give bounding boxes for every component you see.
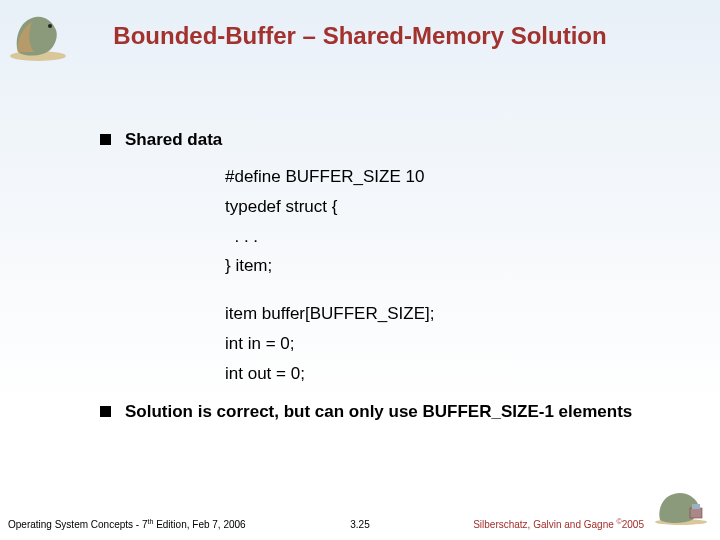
code-block: #define BUFFER_SIZE 10 typedef struct { …: [225, 162, 680, 388]
code-line: } item;: [225, 251, 680, 281]
footer-page-number: 3.25: [350, 519, 369, 530]
slide-title: Bounded-Buffer – Shared-Memory Solution: [0, 22, 720, 50]
dinosaur-footer-icon: [652, 486, 710, 526]
bullet-item: Solution is correct, but can only use BU…: [100, 402, 680, 422]
bullet-item: Shared data: [100, 130, 680, 150]
code-line: item buffer[BUFFER_SIZE];: [225, 299, 680, 329]
code-line: #define BUFFER_SIZE 10: [225, 162, 680, 192]
code-line: int in = 0;: [225, 329, 680, 359]
svg-rect-4: [692, 504, 700, 509]
square-bullet-icon: [100, 134, 111, 145]
footer-right: Silberschatz, Galvin and Gagne ©2005: [473, 518, 644, 530]
code-line: int out = 0;: [225, 359, 680, 389]
bullet-text: Shared data: [125, 130, 222, 150]
footer-left-pre: Operating System Concepts - 7: [8, 519, 148, 530]
footer-left: Operating System Concepts - 7th Edition,…: [8, 518, 246, 530]
footer-right-pre: Silberschatz, Galvin and Gagne: [473, 519, 616, 530]
footer: Operating System Concepts - 7th Edition,…: [0, 508, 720, 530]
svg-rect-3: [690, 508, 702, 518]
square-bullet-icon: [100, 406, 111, 417]
code-line: typedef struct {: [225, 192, 680, 222]
footer-left-post: Edition, Feb 7, 2006: [153, 519, 245, 530]
code-line: . . .: [225, 222, 680, 252]
slide: Bounded-Buffer – Shared-Memory Solution …: [0, 0, 720, 540]
bullet-text: Solution is correct, but can only use BU…: [125, 402, 632, 422]
content-area: Shared data #define BUFFER_SIZE 10 typed…: [100, 130, 680, 428]
footer-right-post: 2005: [622, 519, 644, 530]
